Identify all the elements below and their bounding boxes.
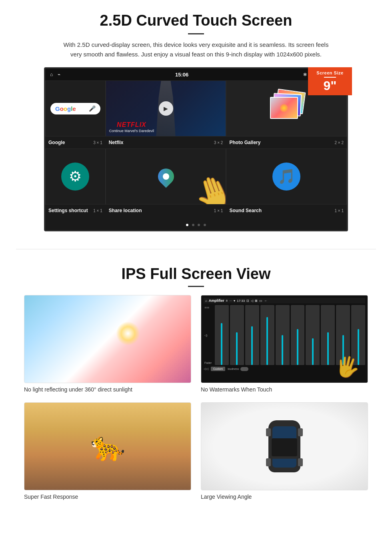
amp-slider-3[interactable] — [245, 305, 259, 365]
badge-label: Screen Size — [312, 70, 348, 75]
amp-slider-2[interactable] — [230, 305, 244, 365]
dot-3 — [198, 224, 200, 226]
netflix-logo-text: NETFLIX — [109, 121, 154, 128]
feature-image-amplifier: ⌂ Amplifier ≡ ··· ▾ 17:33 ⊡ ◁ ⊠ ▭ ← — [201, 295, 368, 383]
amp-eq-label: ⚌⚌ — [204, 306, 212, 309]
photo-label-name: Photo Gallery — [229, 140, 260, 145]
google-maps-icon — [158, 169, 174, 185]
amp-fill-8 — [327, 332, 329, 365]
amp-slider-6[interactable] — [291, 305, 305, 365]
amp-fill-5 — [282, 335, 283, 365]
feature-car: Large Viewing Angle — [201, 402, 368, 500]
share-label-name: Share location — [109, 208, 142, 213]
netflix-label-name: Netflix — [109, 140, 124, 145]
app-labels-row1: Google 3 × 1 Netflix 3 × 2 Photo Gallery… — [45, 136, 347, 149]
app-label-sound: Sound Search 1 × 1 — [226, 206, 347, 215]
feature-cheetah: 🐆 Super Fast Response — [24, 402, 191, 500]
maps-pin — [154, 165, 177, 188]
amp-back: ← — [264, 299, 267, 303]
app-label-photo: Photo Gallery 2 × 2 — [226, 138, 347, 147]
dot-2 — [192, 224, 194, 226]
amp-dots: ··· — [230, 299, 232, 303]
amp-win2: ▭ — [259, 299, 262, 303]
pagination-dots — [45, 218, 347, 230]
status-time: 15:06 — [60, 72, 303, 78]
mic-icon[interactable]: 🎤 — [89, 105, 96, 112]
photo-label-size: 2 × 2 — [334, 141, 344, 145]
section-ips: IPS Full Screen View No light reflecting… — [0, 257, 392, 512]
google-logo: Google — [55, 105, 76, 112]
section1-description: With 2.5D curved-display screen, this de… — [60, 40, 332, 59]
amp-fill-4 — [266, 317, 268, 365]
car-wheel-rear-right — [298, 458, 303, 466]
amp-wifi: ▾ — [234, 299, 235, 303]
gear-icon: ⚙ — [69, 168, 82, 185]
share-label-size: 1 × 1 — [214, 209, 223, 213]
amp-title: Amplifier — [209, 299, 224, 303]
title-divider — [188, 33, 204, 34]
settings-icon-circle: ⚙ — [61, 163, 89, 191]
feature-image-cheetah: 🐆 — [24, 402, 191, 490]
status-bar: ⌂ ⌁ 15:06 ✻ ◉ ▾ ⊡ ◁ ⊠ ▭ — [45, 68, 347, 80]
app-cell-google[interactable]: Google 🎤 — [45, 80, 106, 136]
feature-image-car — [201, 402, 368, 490]
page-divider — [16, 249, 376, 249]
amp-x2: ⊠ — [255, 299, 258, 303]
amp-vol-label: ◁) — [204, 334, 212, 337]
google-label-name: Google — [48, 140, 65, 145]
app-cell-netflix[interactable]: ▶ NETFLIX Continue Marvel's Daredevil — [106, 80, 226, 136]
app-cell-sound-search[interactable]: 🎵 — [226, 149, 347, 205]
app-label-google: Google 3 × 1 — [45, 138, 106, 147]
photo-card-3 — [270, 97, 298, 119]
google-search-bar[interactable]: Google 🎤 — [50, 103, 100, 114]
car-top-view — [268, 420, 300, 472]
car-rear — [272, 459, 296, 468]
sunlight-image — [24, 295, 191, 383]
device-screen: ⌂ ⌁ 15:06 ✻ ◉ ▾ ⊡ ◁ ⊠ ▭ — [44, 67, 348, 231]
amp-slider-8[interactable] — [321, 305, 335, 365]
cheetah-icon: 🐆 — [90, 430, 125, 463]
device-wrapper: ⌂ ⌁ 15:06 ✻ ◉ ▾ ⊡ ◁ ⊠ ▭ — [44, 67, 348, 231]
home-icon[interactable]: ⌂ — [50, 72, 53, 77]
amp-loudness-toggle[interactable] — [240, 367, 248, 371]
feature-amplifier: ⌂ Amplifier ≡ ··· ▾ 17:33 ⊡ ◁ ⊠ ▭ ← — [201, 295, 368, 393]
car-wheel-rear-left — [266, 458, 271, 466]
app-cell-share-location[interactable]: 🤚 — [106, 149, 226, 205]
feature-sunlight: No light reflecting under 360° direct su… — [24, 295, 191, 393]
amp-fill-3 — [251, 326, 253, 365]
sound-label-name: Sound Search — [229, 208, 262, 213]
sound-label-size: 1 × 1 — [334, 209, 344, 213]
app-label-share: Share location 1 × 1 — [106, 206, 226, 215]
amp-fill-1 — [221, 323, 222, 365]
amp-slider-1[interactable] — [215, 305, 229, 365]
amp-slider-5[interactable] — [276, 305, 290, 365]
app-cell-settings[interactable]: ⚙ — [45, 149, 106, 205]
amp-fader-label: Fader — [204, 361, 212, 364]
amp-side-labels: ⚌⚌ ◁) Fader — [204, 305, 213, 365]
badge-divider — [324, 77, 336, 78]
section-curved-screen: 2.5D Curved Touch Screen With 2.5D curve… — [0, 0, 392, 241]
amp-camera2: ⊡ — [246, 299, 249, 303]
badge-size: 9" — [312, 79, 348, 92]
google-label-size: 3 × 1 — [93, 141, 102, 145]
amp-custom-button[interactable]: Custom — [211, 367, 225, 371]
app-label-netflix: Netflix 3 × 2 — [106, 138, 226, 147]
amp-nav-left[interactable]: ◁◁ — [204, 367, 208, 371]
cheetah-image: 🐆 — [24, 403, 191, 490]
section1-title: 2.5D Curved Touch Screen — [24, 12, 368, 29]
app-label-settings: Settings shortcut 1 × 1 — [45, 206, 106, 215]
bluetooth-icon: ✻ — [303, 72, 307, 77]
status-bar-left: ⌂ ⌁ — [50, 72, 60, 77]
amp-loudness: loudness — [228, 367, 248, 371]
play-button[interactable]: ▶ — [159, 101, 173, 116]
car-wheel-front-left — [266, 428, 271, 436]
feature-caption-car: Large Viewing Angle — [201, 494, 368, 500]
flower-center — [280, 104, 288, 112]
settings-label-name: Settings shortcut — [48, 208, 88, 213]
amp-fill-7 — [312, 338, 314, 365]
amp-menu-icon: ≡ — [226, 299, 228, 303]
amp-slider-4[interactable] — [260, 305, 274, 365]
car-windshield — [272, 426, 296, 438]
app-grid-row2: ⚙ 🤚 🎵 — [45, 149, 347, 205]
amp-slider-7[interactable] — [306, 305, 320, 365]
